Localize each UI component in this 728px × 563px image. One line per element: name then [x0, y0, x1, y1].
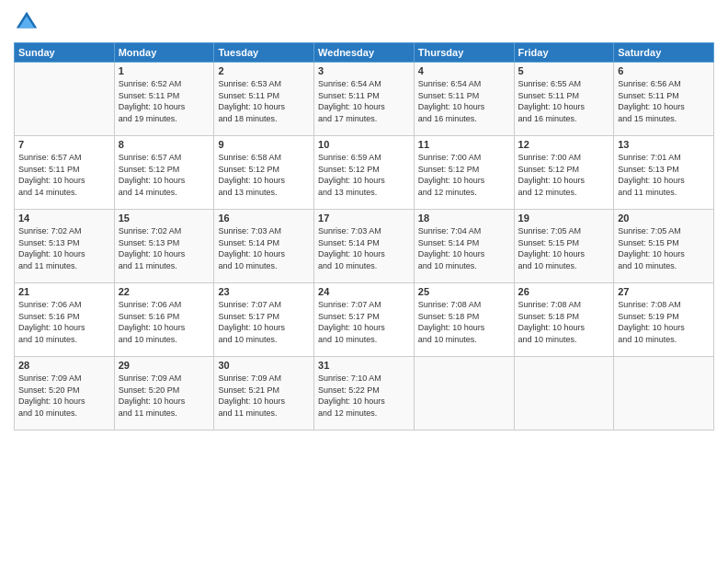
day-number: 24 — [318, 286, 410, 297]
header-day-saturday: Saturday — [614, 43, 714, 63]
day-number: 5 — [518, 65, 610, 76]
calendar-cell — [414, 357, 514, 431]
day-info: Sunrise: 6:57 AM Sunset: 5:11 PM Dayligh… — [18, 152, 110, 198]
calendar-cell: 2Sunrise: 6:53 AM Sunset: 5:11 PM Daylig… — [214, 63, 314, 136]
calendar-cell — [15, 63, 115, 136]
header-row: SundayMondayTuesdayWednesdayThursdayFrid… — [15, 43, 714, 63]
day-number: 25 — [418, 286, 510, 297]
calendar-cell: 22Sunrise: 7:06 AM Sunset: 5:16 PM Dayli… — [114, 283, 214, 357]
calendar-header: SundayMondayTuesdayWednesdayThursdayFrid… — [15, 43, 714, 63]
day-number: 9 — [218, 139, 310, 150]
day-info: Sunrise: 6:52 AM Sunset: 5:11 PM Dayligh… — [119, 78, 210, 124]
calendar-cell: 19Sunrise: 7:05 AM Sunset: 5:15 PM Dayli… — [514, 210, 614, 283]
day-number: 4 — [418, 65, 510, 76]
day-number: 21 — [18, 286, 110, 297]
calendar-cell: 10Sunrise: 6:59 AM Sunset: 5:12 PM Dayli… — [314, 136, 415, 210]
day-info: Sunrise: 6:54 AM Sunset: 5:11 PM Dayligh… — [418, 78, 510, 124]
day-number: 16 — [218, 213, 310, 224]
day-number: 17 — [318, 213, 410, 224]
calendar-cell — [614, 357, 714, 431]
day-number: 7 — [18, 139, 110, 150]
header-day-thursday: Thursday — [414, 43, 514, 63]
calendar-cell: 12Sunrise: 7:00 AM Sunset: 5:12 PM Dayli… — [514, 136, 614, 210]
calendar-cell: 18Sunrise: 7:04 AM Sunset: 5:14 PM Dayli… — [414, 210, 514, 283]
day-info: Sunrise: 7:08 AM Sunset: 5:18 PM Dayligh… — [418, 299, 510, 345]
calendar-cell: 1Sunrise: 6:52 AM Sunset: 5:11 PM Daylig… — [114, 63, 214, 136]
day-number: 22 — [119, 286, 210, 297]
calendar-cell: 27Sunrise: 7:08 AM Sunset: 5:19 PM Dayli… — [614, 283, 714, 357]
day-info: Sunrise: 6:56 AM Sunset: 5:11 PM Dayligh… — [618, 78, 710, 124]
calendar-cell: 9Sunrise: 6:58 AM Sunset: 5:12 PM Daylig… — [214, 136, 314, 210]
calendar-cell: 29Sunrise: 7:09 AM Sunset: 5:20 PM Dayli… — [114, 357, 214, 431]
day-info: Sunrise: 7:10 AM Sunset: 5:22 PM Dayligh… — [318, 373, 410, 419]
calendar-cell: 5Sunrise: 6:55 AM Sunset: 5:11 PM Daylig… — [514, 63, 614, 136]
calendar-cell: 11Sunrise: 7:00 AM Sunset: 5:12 PM Dayli… — [414, 136, 514, 210]
header-day-monday: Monday — [114, 43, 214, 63]
day-info: Sunrise: 6:55 AM Sunset: 5:11 PM Dayligh… — [518, 78, 610, 124]
day-number: 8 — [119, 139, 210, 150]
logo-icon — [14, 9, 40, 35]
day-info: Sunrise: 6:53 AM Sunset: 5:11 PM Dayligh… — [218, 78, 310, 124]
calendar-cell: 13Sunrise: 7:01 AM Sunset: 5:13 PM Dayli… — [614, 136, 714, 210]
header-day-friday: Friday — [514, 43, 614, 63]
day-number: 15 — [119, 213, 210, 224]
day-number: 2 — [218, 65, 310, 76]
day-number: 31 — [318, 360, 410, 371]
header-day-wednesday: Wednesday — [314, 43, 415, 63]
day-number: 20 — [618, 213, 710, 224]
calendar-cell: 7Sunrise: 6:57 AM Sunset: 5:11 PM Daylig… — [15, 136, 115, 210]
day-number: 26 — [518, 286, 610, 297]
calendar-cell: 21Sunrise: 7:06 AM Sunset: 5:16 PM Dayli… — [15, 283, 115, 357]
calendar-cell: 28Sunrise: 7:09 AM Sunset: 5:20 PM Dayli… — [15, 357, 115, 431]
calendar-cell: 3Sunrise: 6:54 AM Sunset: 5:11 PM Daylig… — [314, 63, 415, 136]
calendar-cell: 31Sunrise: 7:10 AM Sunset: 5:22 PM Dayli… — [314, 357, 415, 431]
day-number: 23 — [218, 286, 310, 297]
week-row-1: 7Sunrise: 6:57 AM Sunset: 5:11 PM Daylig… — [15, 136, 714, 210]
calendar-cell: 16Sunrise: 7:03 AM Sunset: 5:14 PM Dayli… — [214, 210, 314, 283]
day-number: 3 — [318, 65, 410, 76]
day-number: 14 — [18, 213, 110, 224]
day-info: Sunrise: 7:09 AM Sunset: 5:20 PM Dayligh… — [18, 373, 110, 419]
calendar-cell: 25Sunrise: 7:08 AM Sunset: 5:18 PM Dayli… — [414, 283, 514, 357]
calendar-cell: 24Sunrise: 7:07 AM Sunset: 5:17 PM Dayli… — [314, 283, 415, 357]
day-info: Sunrise: 7:07 AM Sunset: 5:17 PM Dayligh… — [318, 299, 410, 345]
day-info: Sunrise: 6:58 AM Sunset: 5:12 PM Dayligh… — [218, 152, 310, 198]
week-row-4: 28Sunrise: 7:09 AM Sunset: 5:20 PM Dayli… — [15, 357, 714, 431]
day-number: 28 — [18, 360, 110, 371]
calendar-cell: 20Sunrise: 7:05 AM Sunset: 5:15 PM Dayli… — [614, 210, 714, 283]
day-number: 10 — [318, 139, 410, 150]
header-day-tuesday: Tuesday — [214, 43, 314, 63]
day-number: 6 — [618, 65, 710, 76]
day-number: 18 — [418, 213, 510, 224]
day-info: Sunrise: 7:05 AM Sunset: 5:15 PM Dayligh… — [518, 225, 610, 271]
day-info: Sunrise: 7:06 AM Sunset: 5:16 PM Dayligh… — [18, 299, 110, 345]
calendar-cell: 30Sunrise: 7:09 AM Sunset: 5:21 PM Dayli… — [214, 357, 314, 431]
calendar-cell: 23Sunrise: 7:07 AM Sunset: 5:17 PM Dayli… — [214, 283, 314, 357]
calendar-body: 1Sunrise: 6:52 AM Sunset: 5:11 PM Daylig… — [15, 63, 714, 431]
calendar-cell: 8Sunrise: 6:57 AM Sunset: 5:12 PM Daylig… — [114, 136, 214, 210]
day-number: 27 — [618, 286, 710, 297]
calendar-cell: 6Sunrise: 6:56 AM Sunset: 5:11 PM Daylig… — [614, 63, 714, 136]
day-info: Sunrise: 7:08 AM Sunset: 5:19 PM Dayligh… — [618, 299, 710, 345]
header-day-sunday: Sunday — [15, 43, 115, 63]
day-number: 13 — [618, 139, 710, 150]
day-info: Sunrise: 6:59 AM Sunset: 5:12 PM Dayligh… — [318, 152, 410, 198]
day-info: Sunrise: 7:04 AM Sunset: 5:14 PM Dayligh… — [418, 225, 510, 271]
day-number: 19 — [518, 213, 610, 224]
day-info: Sunrise: 7:09 AM Sunset: 5:21 PM Dayligh… — [218, 373, 310, 419]
calendar-cell: 15Sunrise: 7:02 AM Sunset: 5:13 PM Dayli… — [114, 210, 214, 283]
day-number: 30 — [218, 360, 310, 371]
day-info: Sunrise: 7:06 AM Sunset: 5:16 PM Dayligh… — [119, 299, 210, 345]
day-info: Sunrise: 7:09 AM Sunset: 5:20 PM Dayligh… — [119, 373, 210, 419]
day-info: Sunrise: 7:02 AM Sunset: 5:13 PM Dayligh… — [18, 225, 110, 271]
header — [14, 9, 714, 35]
day-info: Sunrise: 7:07 AM Sunset: 5:17 PM Dayligh… — [218, 299, 310, 345]
day-info: Sunrise: 7:01 AM Sunset: 5:13 PM Dayligh… — [618, 152, 710, 198]
week-row-2: 14Sunrise: 7:02 AM Sunset: 5:13 PM Dayli… — [15, 210, 714, 283]
day-info: Sunrise: 7:00 AM Sunset: 5:12 PM Dayligh… — [418, 152, 510, 198]
day-info: Sunrise: 7:03 AM Sunset: 5:14 PM Dayligh… — [318, 225, 410, 271]
day-info: Sunrise: 7:03 AM Sunset: 5:14 PM Dayligh… — [218, 225, 310, 271]
day-number: 12 — [518, 139, 610, 150]
calendar-cell: 26Sunrise: 7:08 AM Sunset: 5:18 PM Dayli… — [514, 283, 614, 357]
day-info: Sunrise: 7:05 AM Sunset: 5:15 PM Dayligh… — [618, 225, 710, 271]
